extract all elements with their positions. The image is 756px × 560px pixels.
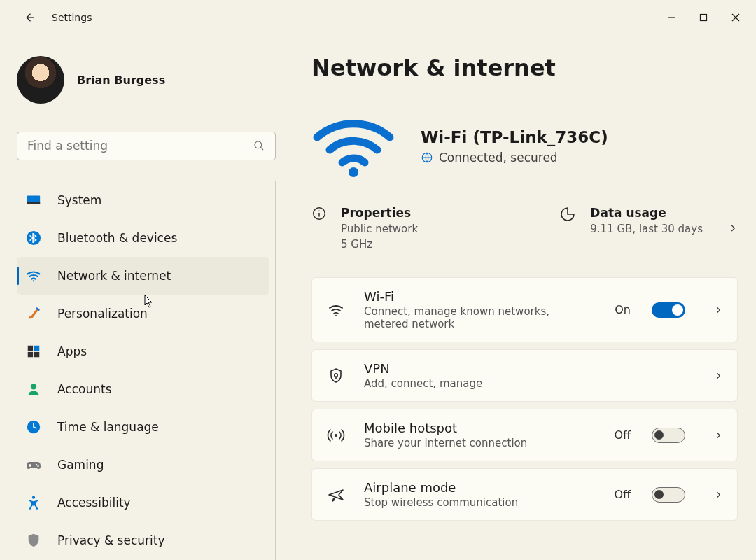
data-usage-detail: 9.11 GB, last 30 days	[590, 223, 703, 235]
card-subtitle: Share your internet connection	[364, 437, 596, 449]
bluetooth-icon	[25, 230, 42, 246]
hotspot-toggle[interactable]	[652, 428, 685, 443]
close-icon	[732, 13, 740, 22]
sidebar-item-apps[interactable]: Apps	[17, 332, 270, 370]
back-button[interactable]	[17, 5, 42, 30]
card-vpn[interactable]: VPN Add, connect, manage	[312, 349, 738, 402]
svg-point-16	[36, 463, 37, 465]
card-wifi[interactable]: Wi-Fi Connect, manage known networks, me…	[312, 277, 738, 342]
accounts-icon	[25, 381, 42, 398]
minimize-icon	[667, 13, 676, 22]
network-summary-row: Properties Public network 5 GHz Data usa…	[312, 206, 738, 251]
airplane-toggle[interactable]	[652, 487, 685, 503]
wifi-status: Connected, secured	[421, 150, 608, 164]
sidebar-nav: System Bluetooth & devices Network & int…	[17, 181, 276, 560]
sidebar-item-label: Network & internet	[57, 269, 171, 283]
sidebar-item-gaming[interactable]: Gaming	[17, 446, 270, 484]
sidebar-item-bluetooth[interactable]: Bluetooth & devices	[17, 219, 270, 257]
card-title: Airplane mode	[364, 480, 596, 495]
card-title: Wi-Fi	[364, 289, 596, 304]
sidebar-item-label: Privacy & security	[57, 533, 165, 547]
card-mobile-hotspot[interactable]: Mobile hotspot Share your internet conne…	[312, 409, 738, 461]
content-area: Network & internet Wi-Fi (TP-Link_736C) …	[280, 35, 756, 560]
toggle-state-label: Off	[614, 428, 631, 442]
sidebar-item-accounts[interactable]: Accounts	[17, 370, 270, 408]
accessibility-icon	[25, 494, 42, 511]
chevron-right-icon	[713, 490, 723, 500]
sidebar-item-label: Accounts	[57, 382, 112, 396]
svg-point-26	[335, 434, 337, 437]
user-row[interactable]: Brian Burgess	[17, 35, 276, 116]
properties-band: 5 GHz	[341, 238, 418, 251]
avatar	[17, 56, 64, 104]
maximize-icon	[699, 13, 708, 22]
svg-point-4	[255, 141, 262, 148]
card-subtitle: Add, connect, manage	[364, 377, 695, 390]
svg-point-23	[318, 211, 320, 212]
svg-point-14	[31, 384, 36, 389]
svg-point-17	[37, 465, 38, 466]
paintbrush-icon	[25, 305, 42, 322]
wifi-toggle[interactable]	[652, 302, 685, 318]
svg-rect-7	[27, 202, 40, 204]
sidebar: Brian Burgess System Bluetooth & devices	[0, 35, 280, 560]
properties-label: Properties	[341, 206, 418, 220]
sidebar-item-label: Accessibility	[57, 496, 131, 510]
card-airplane-mode[interactable]: Airplane mode Stop wireless communicatio…	[312, 468, 738, 521]
shield-icon	[25, 532, 42, 549]
card-subtitle: Connect, manage known networks, metered …	[364, 305, 596, 330]
chevron-right-icon	[713, 371, 723, 381]
wifi-icon	[326, 302, 346, 318]
sidebar-item-privacy[interactable]: Privacy & security	[17, 522, 270, 559]
settings-cards: Wi-Fi Connect, manage known networks, me…	[312, 277, 738, 521]
sidebar-item-label: Gaming	[57, 458, 104, 472]
svg-point-9	[33, 280, 34, 281]
chevron-right-icon	[713, 430, 723, 440]
sidebar-item-personalization[interactable]: Personalization	[17, 295, 270, 332]
sidebar-item-network[interactable]: Network & internet	[17, 257, 270, 295]
sidebar-item-time-language[interactable]: Time & language	[17, 408, 270, 446]
wifi-status-text: Connected, secured	[439, 150, 558, 164]
globe-icon	[421, 151, 433, 164]
window-controls	[655, 6, 752, 29]
chevron-right-icon	[713, 305, 723, 315]
svg-rect-11	[34, 345, 39, 350]
search-icon	[253, 139, 265, 152]
svg-rect-1	[701, 15, 707, 21]
wifi-icon	[25, 267, 42, 284]
wifi-status-hero: Wi-Fi (TP-Link_736C) Connected, secured	[312, 115, 738, 178]
clock-globe-icon	[25, 419, 42, 435]
airplane-icon	[326, 486, 346, 503]
sidebar-item-system[interactable]: System	[17, 181, 270, 219]
search-box[interactable]	[17, 132, 276, 160]
pie-icon	[559, 206, 576, 223]
sidebar-item-label: Apps	[57, 344, 87, 358]
page-title: Network & internet	[312, 55, 738, 81]
vpn-shield-icon	[326, 368, 346, 384]
svg-rect-10	[28, 345, 33, 350]
chevron-right-icon	[728, 223, 738, 233]
search-input[interactable]	[27, 139, 253, 153]
svg-point-18	[32, 496, 35, 498]
titlebar: Settings	[0, 0, 756, 35]
toggle-state-label: On	[615, 303, 631, 316]
toggle-state-label: Off	[614, 488, 631, 501]
info-icon	[312, 206, 327, 221]
card-title: VPN	[364, 361, 695, 376]
wifi-large-icon	[312, 115, 396, 178]
sidebar-item-accessibility[interactable]: Accessibility	[17, 484, 270, 522]
maximize-button[interactable]	[687, 6, 720, 29]
svg-rect-12	[28, 352, 33, 357]
svg-point-25	[335, 373, 337, 376]
minimize-button[interactable]	[655, 6, 687, 29]
window-title: Settings	[52, 12, 92, 23]
properties-network-type: Public network	[341, 223, 418, 235]
data-usage-button[interactable]: Data usage 9.11 GB, last 30 days	[559, 206, 703, 235]
sidebar-item-label: Bluetooth & devices	[57, 231, 177, 245]
properties-button[interactable]: Properties Public network 5 GHz	[312, 206, 418, 251]
hotspot-icon	[326, 427, 346, 444]
close-button[interactable]	[720, 6, 752, 29]
card-subtitle: Stop wireless communication	[364, 496, 596, 509]
svg-point-24	[335, 314, 337, 316]
sidebar-item-label: System	[57, 193, 102, 207]
